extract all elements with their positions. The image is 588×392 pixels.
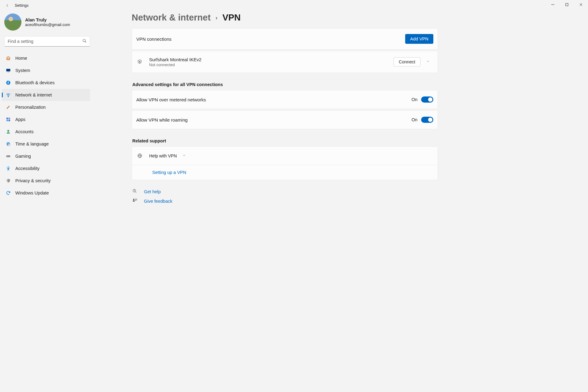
help-with-vpn-row[interactable]: Help with VPN [132, 146, 438, 165]
nav-privacy[interactable]: Privacy & security [2, 175, 90, 187]
nav-apps[interactable]: Apps [2, 113, 90, 126]
advanced-section-title: Advanced settings for all VPN connection… [132, 82, 438, 87]
nav-bluetooth[interactable]: Bluetooth & devices [2, 77, 90, 89]
setting-up-vpn-link[interactable]: Setting up a VPN [152, 170, 186, 175]
svg-point-24 [133, 199, 134, 200]
nav-home[interactable]: Home [2, 52, 90, 64]
connect-button[interactable]: Connect [394, 57, 420, 66]
svg-rect-10 [9, 120, 10, 121]
bluetooth-icon [6, 80, 11, 85]
svg-rect-19 [139, 62, 140, 62]
nav-label: Personalization [15, 105, 46, 110]
vpn-connections-label: VPN connections [136, 36, 172, 42]
svg-rect-8 [9, 118, 10, 119]
nav-label: Privacy & security [15, 178, 51, 183]
roaming-label: Allow VPN while roaming [136, 117, 188, 123]
help-sub-panel: Setting up a VPN [132, 165, 438, 180]
shield-lock-icon [136, 58, 143, 65]
user-email: aceofthumbs@gmail.com [25, 22, 70, 27]
window-title: Settings [15, 3, 28, 8]
nav-label: Time & language [15, 141, 49, 146]
nav-personalization[interactable]: Personalization [2, 101, 90, 113]
user-profile[interactable]: Alan Truly aceofthumbs@gmail.com [0, 12, 92, 36]
wifi-icon [6, 92, 11, 98]
svg-point-6 [8, 96, 9, 97]
nav-label: Accessibility [15, 166, 40, 171]
shield-icon [6, 178, 11, 183]
accounts-icon [6, 129, 11, 134]
nav-label: Windows Update [15, 190, 49, 195]
system-icon [6, 68, 11, 73]
globe-icon [136, 153, 143, 159]
minimize-button[interactable] [546, 0, 560, 9]
roaming-toggle-row: Allow VPN while roaming On [132, 110, 438, 129]
nav-windows-update[interactable]: Windows Update [2, 187, 90, 199]
vpn-connection-item[interactable]: Surfshark Montreal IKEv2 Not connected C… [132, 51, 438, 73]
brush-icon [6, 104, 11, 110]
svg-point-5 [6, 81, 10, 85]
nav-label: Home [15, 56, 27, 61]
svg-point-18 [8, 166, 9, 167]
add-vpn-button[interactable]: Add VPN [405, 34, 433, 44]
nav-network[interactable]: Network & internet [2, 89, 90, 101]
help-icon [132, 189, 138, 194]
nav-system[interactable]: System [2, 64, 90, 77]
chevron-down-icon[interactable] [422, 59, 433, 64]
chevron-up-icon[interactable] [179, 153, 190, 158]
roaming-toggle-state: On [412, 117, 417, 122]
metered-toggle-row: Allow VPN over metered networks On [132, 90, 438, 109]
chevron-right-icon: › [216, 14, 217, 21]
vpn-connections-card: VPN connections Add VPN [132, 28, 438, 50]
breadcrumb-current: VPN [222, 13, 241, 23]
svg-point-17 [9, 156, 9, 156]
search-input-wrap[interactable] [4, 36, 90, 47]
nav-time-language[interactable]: Time & language [2, 138, 90, 150]
avatar [4, 13, 21, 31]
vpn-item-name: Surfshark Montreal IKEv2 [149, 57, 202, 62]
user-name: Alan Truly [25, 17, 70, 22]
get-help-link[interactable]: Get help [132, 187, 438, 196]
nav-label: Bluetooth & devices [15, 80, 55, 85]
give-feedback-link[interactable]: Give feedback [132, 196, 438, 206]
nav-label: Gaming [15, 154, 31, 159]
feedback-icon [132, 198, 138, 204]
nav-label: Apps [15, 117, 25, 122]
svg-point-16 [7, 156, 8, 156]
get-help-label: Get help [144, 189, 161, 194]
metered-toggle[interactable] [421, 96, 433, 103]
apps-icon [6, 117, 11, 122]
close-button[interactable] [574, 0, 588, 9]
metered-toggle-state: On [412, 97, 417, 102]
nav-label: System [15, 68, 30, 73]
nav-gaming[interactable]: Gaming [2, 150, 90, 162]
globe-clock-icon [6, 141, 11, 147]
maximize-button[interactable] [560, 0, 574, 9]
update-icon [6, 190, 11, 196]
svg-rect-9 [6, 120, 8, 121]
related-section-title: Related support [132, 138, 438, 143]
give-feedback-label: Give feedback [144, 199, 172, 204]
svg-point-11 [7, 130, 9, 132]
svg-rect-0 [566, 3, 568, 6]
nav-label: Accounts [15, 129, 34, 134]
svg-rect-3 [6, 69, 10, 71]
breadcrumb: Network & internet › VPN [132, 13, 438, 23]
svg-rect-15 [6, 155, 10, 157]
nav-label: Network & internet [15, 92, 52, 97]
help-with-vpn-label: Help with VPN [149, 153, 177, 158]
home-icon [6, 55, 11, 61]
metered-label: Allow VPN over metered networks [136, 97, 206, 102]
nav-accessibility[interactable]: Accessibility [2, 162, 90, 175]
back-button[interactable] [4, 2, 10, 9]
search-icon [82, 39, 87, 44]
svg-rect-4 [7, 72, 9, 72]
svg-rect-7 [6, 118, 8, 119]
svg-point-1 [83, 39, 85, 42]
roaming-toggle[interactable] [421, 117, 433, 123]
search-input[interactable] [5, 39, 90, 44]
vpn-item-status: Not connected [149, 62, 202, 67]
accessibility-icon [6, 166, 11, 171]
svg-point-23 [134, 191, 134, 192]
nav-accounts[interactable]: Accounts [2, 126, 90, 138]
breadcrumb-parent[interactable]: Network & internet [132, 13, 211, 23]
